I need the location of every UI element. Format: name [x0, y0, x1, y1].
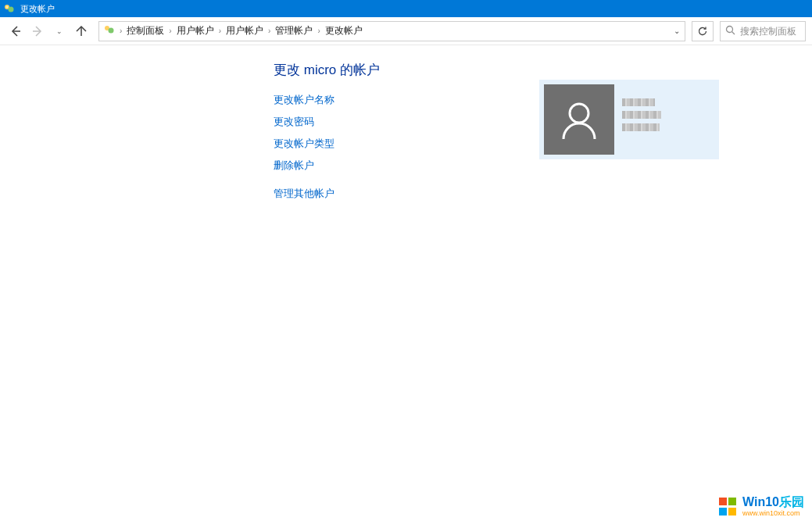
- up-button[interactable]: [72, 22, 91, 41]
- breadcrumb-sep-icon: ›: [169, 27, 171, 35]
- breadcrumb-user-accounts[interactable]: 用户帐户: [177, 24, 214, 37]
- svg-point-4: [109, 28, 114, 34]
- user-type-censored: [622, 111, 661, 119]
- user-name-censored: [622, 98, 655, 106]
- watermark-url: www.win10xit.com: [742, 510, 804, 517]
- search-input[interactable]: [740, 26, 800, 37]
- address-icon: [104, 24, 115, 37]
- window-titlebar: 更改帐户: [0, 0, 812, 17]
- breadcrumb-sep-icon: ›: [219, 27, 221, 35]
- breadcrumb-sep-icon: ›: [268, 27, 270, 35]
- link-manage-other-accounts[interactable]: 管理其他帐户: [274, 187, 812, 201]
- window-title: 更改帐户: [20, 3, 55, 15]
- address-bar[interactable]: › 控制面板 › 用户帐户 › 用户帐户 › 管理帐户 › 更改帐户 ⌄: [98, 21, 685, 41]
- watermark-logo-icon: [719, 498, 738, 516]
- back-button[interactable]: [6, 22, 25, 41]
- svg-point-1: [9, 7, 14, 12]
- app-icon: [3, 2, 16, 15]
- forward-button[interactable]: [28, 22, 47, 41]
- link-delete-account[interactable]: 删除帐户: [274, 159, 812, 173]
- user-info: [622, 84, 714, 155]
- address-dropdown-icon[interactable]: ⌄: [669, 27, 685, 35]
- search-box[interactable]: [720, 21, 806, 41]
- svg-point-5: [727, 26, 733, 32]
- breadcrumb-sep-icon: ›: [317, 27, 320, 35]
- refresh-button[interactable]: [692, 21, 714, 41]
- breadcrumb-user-accounts-2[interactable]: 用户帐户: [226, 24, 263, 37]
- user-card: [539, 80, 719, 159]
- avatar: [544, 84, 614, 155]
- user-status-censored: [622, 123, 660, 131]
- search-icon: [725, 25, 735, 37]
- recent-locations-button[interactable]: ⌄: [50, 22, 69, 41]
- annotation-arrow: [0, 41, 3, 220]
- svg-point-2: [6, 6, 8, 8]
- svg-point-7: [570, 104, 588, 123]
- watermark-text: Win10乐园: [742, 496, 804, 508]
- main-content: 更改 micro 的帐户 更改帐户名称 更改密码 更改帐户类型 删除帐户 管理其…: [0, 45, 812, 201]
- watermark: Win10乐园 www.win10xit.com: [719, 496, 804, 517]
- breadcrumb-change-account[interactable]: 更改帐户: [325, 24, 363, 37]
- page-title: 更改 micro 的帐户: [274, 61, 812, 79]
- breadcrumb-sep-icon[interactable]: ›: [120, 27, 122, 35]
- svg-line-6: [732, 31, 735, 34]
- nav-toolbar: ⌄ › 控制面板 › 用户帐户 › 用户帐户 › 管理帐户 › 更改帐户 ⌄: [0, 17, 812, 45]
- breadcrumb-manage-accounts[interactable]: 管理帐户: [275, 24, 313, 37]
- breadcrumb-control-panel[interactable]: 控制面板: [127, 24, 164, 37]
